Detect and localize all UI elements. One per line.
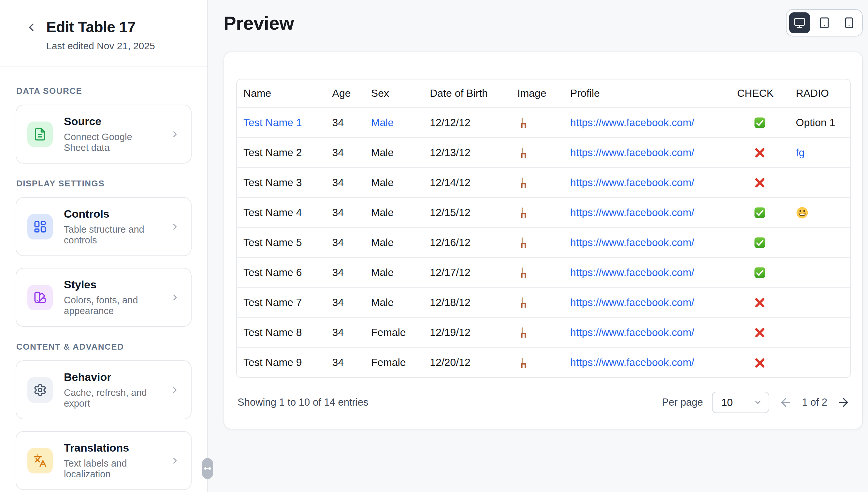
section-label: CONTENT & ADVANCED bbox=[16, 342, 191, 352]
card-title: Styles bbox=[64, 278, 159, 291]
check-cell bbox=[730, 138, 789, 168]
sidebar-resize-handle[interactable] bbox=[202, 458, 213, 479]
table-row: Test Name 1 34 Male 12/12/12 https://www… bbox=[237, 107, 850, 138]
image-cell bbox=[511, 257, 564, 287]
main-header: Preview bbox=[224, 9, 863, 36]
profile-link[interactable]: https://www.facebook.com/ bbox=[570, 117, 694, 128]
age-cell: 34 bbox=[326, 197, 365, 227]
age-cell: 34 bbox=[326, 317, 365, 347]
profile-link[interactable]: https://www.facebook.com/ bbox=[570, 237, 694, 248]
last-edited-label: Last edited Nov 21, 2025 bbox=[46, 41, 155, 51]
radio-cell: fg bbox=[790, 138, 850, 168]
image-cell bbox=[511, 227, 564, 257]
dob-cell: 12/12/12 bbox=[423, 107, 511, 138]
chair-emoji bbox=[517, 327, 529, 339]
profile-cell: https://www.facebook.com/ bbox=[564, 287, 730, 317]
sex-link[interactable]: Male bbox=[371, 117, 394, 128]
check-cell bbox=[730, 287, 789, 317]
column-header-sex: Sex bbox=[365, 79, 423, 107]
move-horizontal-icon bbox=[204, 465, 212, 472]
name-text: Test Name 7 bbox=[243, 296, 302, 308]
profile-link[interactable]: https://www.facebook.com/ bbox=[570, 296, 694, 308]
table-row: Test Name 2 34 Male 12/13/12 https://www… bbox=[237, 138, 850, 168]
table-footer: Showing 1 to 10 of 14 entries Per page 1… bbox=[236, 378, 851, 413]
check-cell bbox=[730, 168, 789, 197]
device-mobile-button[interactable] bbox=[839, 13, 860, 33]
check-cell bbox=[730, 317, 789, 347]
name-text: Test Name 6 bbox=[243, 267, 302, 278]
card-title: Controls bbox=[64, 207, 159, 220]
sidebar-card-translations[interactable]: Translations Text labels and localizatio… bbox=[16, 431, 192, 490]
per-page-select[interactable]: 10 bbox=[712, 392, 769, 413]
chevron-right-icon bbox=[170, 385, 180, 395]
sidebar: Edit Table 17 Last edited Nov 21, 2025 D… bbox=[0, 0, 208, 492]
page-status: 1 of 2 bbox=[802, 396, 827, 408]
sidebar-card-controls[interactable]: Controls Table structure and controls bbox=[16, 197, 192, 256]
monitor-icon bbox=[794, 17, 805, 29]
pagination-controls: Per page 10 1 of 2 bbox=[662, 392, 850, 413]
card-subtitle: Text labels and localization bbox=[64, 458, 159, 479]
chevron-right-icon bbox=[170, 456, 180, 466]
image-cell bbox=[511, 107, 564, 138]
column-header-image: Image bbox=[511, 79, 564, 107]
preview-title: Preview bbox=[224, 12, 294, 34]
check-no-icon bbox=[754, 357, 766, 369]
table-row: Test Name 5 34 Male 12/16/12 https://www… bbox=[237, 227, 850, 257]
column-header-name: Name bbox=[237, 79, 326, 107]
chair-emoji bbox=[517, 297, 529, 309]
dob-cell: 12/14/12 bbox=[423, 168, 511, 197]
profile-cell: https://www.facebook.com/ bbox=[564, 138, 730, 168]
name-text: Test Name 9 bbox=[243, 356, 302, 368]
dob-cell: 12/20/12 bbox=[423, 347, 511, 377]
sidebar-card-behavior[interactable]: Behavior Cache, refresh, and export bbox=[16, 360, 192, 419]
profile-link[interactable]: https://www.facebook.com/ bbox=[570, 356, 694, 368]
check-yes-icon bbox=[754, 237, 766, 249]
profile-link[interactable]: https://www.facebook.com/ bbox=[570, 147, 694, 158]
sidebar-card-styles[interactable]: Styles Colors, fonts, and appearance bbox=[16, 268, 192, 327]
card-subtitle: Table structure and controls bbox=[64, 224, 159, 246]
sex-text: Male bbox=[371, 267, 394, 278]
prev-page-button[interactable] bbox=[779, 396, 792, 409]
profile-link[interactable]: https://www.facebook.com/ bbox=[570, 206, 694, 218]
chair-emoji bbox=[517, 267, 529, 278]
table-row: Test Name 4 34 Male 12/15/12 https://www… bbox=[237, 197, 850, 227]
name-text: Test Name 4 bbox=[243, 206, 302, 218]
profile-link[interactable]: https://www.facebook.com/ bbox=[570, 177, 694, 188]
radio-cell bbox=[790, 317, 850, 347]
sex-text: Female bbox=[371, 326, 406, 338]
name-link[interactable]: Test Name 1 bbox=[243, 117, 302, 128]
profile-link[interactable]: https://www.facebook.com/ bbox=[570, 267, 694, 278]
sidebar-card-source[interactable]: Source Connect Google Sheet data bbox=[16, 105, 192, 164]
table-header: NameAgeSexDate of BirthImageProfileCHECK… bbox=[237, 79, 850, 107]
check-no-icon bbox=[754, 147, 766, 159]
chair-emoji bbox=[517, 147, 529, 159]
card-subtitle: Connect Google Sheet data bbox=[64, 132, 159, 153]
age-cell: 34 bbox=[326, 168, 365, 197]
next-page-button[interactable] bbox=[837, 396, 850, 409]
sidebar-header: Edit Table 17 Last edited Nov 21, 2025 bbox=[0, 0, 207, 67]
sex-text: Male bbox=[371, 296, 394, 308]
back-button[interactable] bbox=[25, 21, 38, 34]
age-cell: 34 bbox=[326, 347, 365, 377]
showing-entries-label: Showing 1 to 10 of 14 entries bbox=[238, 396, 369, 408]
preview-card: NameAgeSexDate of BirthImageProfileCHECK… bbox=[224, 51, 863, 429]
device-tablet-button[interactable] bbox=[814, 13, 835, 33]
dob-cell: 12/15/12 bbox=[423, 197, 511, 227]
sidebar-sections: DATA SOURCE Source Connect Google Sheet … bbox=[0, 67, 207, 492]
controls-icon-box bbox=[27, 214, 53, 240]
image-cell bbox=[511, 287, 564, 317]
translations-icon-box bbox=[27, 448, 53, 473]
smiley-emoji bbox=[796, 206, 809, 219]
tablet-icon bbox=[818, 17, 830, 29]
per-page-label: Per page bbox=[662, 396, 703, 408]
sex-text: Male bbox=[371, 206, 394, 218]
image-cell bbox=[511, 168, 564, 197]
radio-cell bbox=[790, 168, 850, 197]
table-header-row: NameAgeSexDate of BirthImageProfileCHECK… bbox=[237, 79, 850, 107]
table-row: Test Name 8 34 Female 12/19/12 https://w… bbox=[237, 317, 850, 347]
column-header-radio: RADIO bbox=[790, 79, 850, 107]
profile-link[interactable]: https://www.facebook.com/ bbox=[570, 326, 694, 338]
device-desktop-button[interactable] bbox=[789, 13, 810, 33]
check-cell bbox=[730, 107, 789, 138]
radio-link[interactable]: fg bbox=[796, 147, 805, 158]
